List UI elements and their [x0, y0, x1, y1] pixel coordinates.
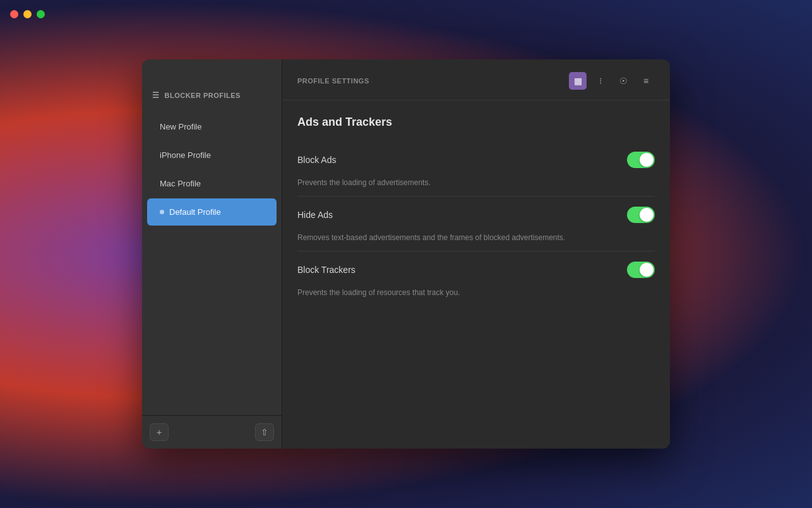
sidebar-item-label: Default Profile [169, 207, 221, 217]
globe-icon: ☉ [619, 76, 628, 86]
list-view-button[interactable]: ▦ [569, 72, 587, 90]
hide-ads-label: Hide Ads [297, 210, 333, 220]
block-trackers-toggle[interactable] [627, 262, 655, 278]
window-body: ☰ BLOCKER PROFILES New Profile iPhone Pr… [142, 59, 670, 449]
sidebar-item-default-profile[interactable]: Default Profile [147, 198, 277, 226]
grid-view-icon: ⁝ [599, 76, 602, 86]
block-ads-setting: Block Ads Prevents the loading of advert… [297, 142, 655, 197]
plus-icon: + [157, 427, 162, 437]
block-ads-description: Prevents the loading of advertisements. [297, 178, 655, 196]
block-trackers-description: Prevents the loading of resources that t… [297, 288, 655, 306]
block-trackers-row: Block Trackers [297, 251, 655, 288]
sidebar-item-iphone-profile[interactable]: iPhone Profile [147, 142, 277, 169]
sidebar-footer: + ⇧ [142, 415, 282, 449]
block-ads-toggle[interactable] [627, 152, 655, 168]
sidebar-item-label: iPhone Profile [160, 150, 211, 160]
add-profile-button[interactable]: + [150, 423, 169, 441]
hide-ads-row: Hide Ads [297, 197, 655, 233]
sidebar-header: ☰ BLOCKER PROFILES [142, 91, 282, 110]
profile-settings-title: PROFILE SETTINGS [297, 77, 369, 85]
block-trackers-setting: Block Trackers Prevents the loading of r… [297, 251, 655, 306]
globe-view-button[interactable]: ☉ [614, 72, 632, 90]
sidebar-item-new-profile[interactable]: New Profile [147, 113, 277, 140]
hide-ads-setting: Hide Ads Removes text-based advertisemen… [297, 197, 655, 251]
export-profile-button[interactable]: ⇧ [255, 423, 274, 441]
sidebar-item-mac-profile[interactable]: Mac Profile [147, 170, 277, 197]
main-header: PROFILE SETTINGS ▦ ⁝ ☉ ≡ [282, 59, 670, 100]
block-ads-row: Block Ads [297, 142, 655, 178]
sidebar: ☰ BLOCKER PROFILES New Profile iPhone Pr… [142, 59, 282, 449]
active-dot-icon [160, 210, 164, 214]
hide-ads-toggle[interactable] [627, 207, 655, 223]
view-controls: ▦ ⁝ ☉ ≡ [569, 72, 655, 90]
sidebar-item-label: Mac Profile [160, 179, 201, 188]
list-icon: ☰ [152, 91, 160, 100]
main-body: Ads and Trackers Block Ads Prevents the … [282, 100, 670, 449]
indent-view-button[interactable]: ≡ [637, 72, 655, 90]
app-window: ☰ BLOCKER PROFILES New Profile iPhone Pr… [142, 59, 670, 449]
indent-icon: ≡ [643, 76, 648, 86]
hide-ads-description: Removes text-based advertisements and th… [297, 233, 655, 251]
block-ads-label: Block Ads [297, 155, 336, 165]
grid-view-button[interactable]: ⁝ [592, 72, 609, 90]
export-icon: ⇧ [261, 427, 268, 437]
sidebar-item-label: New Profile [160, 122, 201, 131]
list-view-icon: ▦ [574, 76, 582, 86]
main-content: PROFILE SETTINGS ▦ ⁝ ☉ ≡ [282, 59, 670, 449]
section-title: Ads and Trackers [297, 116, 655, 129]
sidebar-items-list: New Profile iPhone Profile Mac Profile D… [142, 110, 282, 415]
sidebar-header-label: BLOCKER PROFILES [165, 92, 241, 99]
block-trackers-label: Block Trackers [297, 265, 355, 275]
